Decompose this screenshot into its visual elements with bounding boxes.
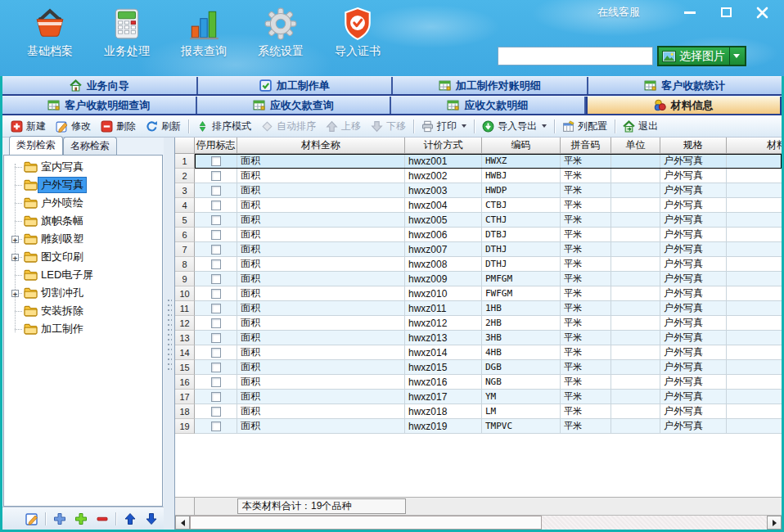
tab-加工制作单[interactable]: 加工制作单 — [198, 77, 394, 94]
expand-icon[interactable]: + — [11, 290, 19, 297]
add-category-button[interactable] — [52, 511, 67, 526]
tab-加工制作对账明细[interactable]: 加工制作对账明细 — [393, 77, 588, 94]
nav-gear[interactable]: 系统设置 — [242, 5, 319, 59]
disable-flag-checkbox[interactable] — [211, 407, 221, 417]
table-row[interactable]: 12面积hwxz0122HB平米户外写真 — [175, 316, 782, 331]
tab-category-search[interactable]: 类别检索 — [9, 136, 63, 155]
expand-icon[interactable]: + — [11, 254, 19, 261]
disable-flag-checkbox[interactable] — [211, 304, 221, 313]
tab-应收欠款明细[interactable]: 应收欠款明细 — [391, 97, 586, 114]
disable-flag-checkbox[interactable] — [211, 156, 221, 166]
tab-业务向导[interactable]: 业务向导 — [2, 77, 198, 94]
disable-flag-checkbox[interactable] — [211, 289, 221, 299]
tree-item-图文印刷[interactable]: +图文印刷 — [4, 248, 162, 266]
move-category-down-button[interactable] — [143, 511, 159, 526]
tree-item-旗帜条幅[interactable]: 旗帜条幅 — [4, 212, 162, 230]
toolbar-button-打印[interactable]: 打印 — [417, 117, 471, 135]
tree-item-室内写真[interactable]: 室内写真 — [4, 158, 162, 176]
tree-item-雕刻吸塑[interactable]: +雕刻吸塑 — [4, 230, 162, 248]
disable-flag-checkbox[interactable] — [211, 186, 221, 196]
tab-应收欠款查询[interactable]: 应收欠款查询 — [197, 97, 392, 114]
tree-item-LED电子屏[interactable]: LED电子屏 — [4, 266, 162, 284]
tree-item-户外写真[interactable]: 户外写真 — [4, 176, 162, 194]
disable-flag-checkbox[interactable] — [211, 274, 221, 284]
column-header-材料类别[interactable]: 材料类别 — [727, 138, 782, 154]
scrollbar-thumb[interactable] — [190, 516, 542, 530]
disable-flag-checkbox[interactable] — [211, 259, 221, 269]
disable-flag-checkbox[interactable] — [211, 318, 221, 328]
table-row[interactable]: 18面积hwxz018LM平米户外写真 — [175, 404, 782, 419]
toolbar-button-删除[interactable]: 删除 — [96, 117, 141, 135]
toolbar-button-退出[interactable]: 退出 — [618, 117, 663, 135]
minimize-button[interactable] — [681, 4, 699, 20]
table-row[interactable]: 17面积hwxz017YM平米户外写真 — [175, 390, 782, 404]
tab-材料信息[interactable]: 材料信息 — [586, 97, 782, 114]
tab-客户收款统计[interactable]: 客户收款统计 — [588, 77, 782, 94]
table-row[interactable]: 1面积hwxz001HWXZ平米户外写真 — [175, 154, 782, 169]
move-category-up-button[interactable] — [122, 511, 137, 526]
online-service-link[interactable]: 在线客服 — [597, 5, 640, 20]
picture-input[interactable] — [498, 47, 653, 65]
scrollbar-track[interactable] — [190, 516, 767, 530]
table-row[interactable]: 15面积hwxz015DGB平米户外写真 — [175, 360, 782, 375]
disable-flag-checkbox[interactable] — [211, 245, 221, 255]
table-row[interactable]: 19面积hwxz019TMPVC平米户外写真 — [175, 419, 782, 434]
remove-category-button[interactable] — [94, 511, 110, 526]
table-row[interactable]: 7面积hwxz007DTHJ平米户外写真 — [175, 242, 782, 257]
scroll-right-button[interactable] — [767, 516, 782, 530]
disable-flag-checkbox[interactable] — [211, 363, 221, 372]
disable-flag-checkbox[interactable] — [211, 215, 221, 225]
disable-flag-checkbox[interactable] — [211, 392, 221, 402]
nav-barchart[interactable]: 报表查询 — [165, 5, 242, 59]
toolbar-button-排序模式[interactable]: 排序模式 — [191, 117, 256, 135]
tab-name-search[interactable]: 名称检索 — [63, 137, 117, 155]
scroll-left-button[interactable] — [175, 516, 190, 530]
table-row[interactable]: 2面积hwxz002HWBJ平米户外写真 — [175, 169, 782, 183]
tree-item-安装拆除[interactable]: 安装拆除 — [4, 302, 162, 320]
toolbar-button-刷新[interactable]: 刷新 — [141, 117, 186, 135]
table-row[interactable]: 3面积hwxz003HWDP平米户外写真 — [175, 183, 782, 198]
table-row[interactable]: 8面积hwxz008DTHJ平米户外写真 — [175, 257, 782, 272]
column-header-编码[interactable]: 编码 — [482, 138, 561, 154]
edit-category-button[interactable] — [24, 511, 39, 526]
column-header-拼音码[interactable]: 拼音码 — [561, 138, 611, 154]
tree-item-切割冲孔[interactable]: +切割冲孔 — [4, 284, 162, 302]
toolbar-button-修改[interactable]: 修改 — [51, 117, 96, 135]
select-picture-button[interactable]: 选择图片 — [657, 46, 746, 66]
table-row[interactable]: 6面积hwxz006DTBJ平米户外写真 — [175, 228, 782, 242]
toolbar-button-导入导出[interactable]: 导入导出 — [477, 117, 552, 135]
column-header-单位[interactable]: 单位 — [611, 138, 660, 154]
column-header-停用标志[interactable]: 停用标志 — [195, 138, 237, 154]
disable-flag-checkbox[interactable] — [211, 348, 221, 358]
disable-flag-checkbox[interactable] — [211, 201, 221, 210]
panel-splitter[interactable] — [164, 138, 174, 530]
disable-flag-checkbox[interactable] — [211, 230, 221, 240]
maximize-button[interactable] — [717, 4, 735, 20]
toolbar-button-列配置[interactable]: 列配置 — [557, 117, 612, 135]
expand-icon[interactable]: + — [11, 236, 19, 243]
table-row[interactable]: 13面积hwxz0133HB平米户外写真 — [175, 331, 782, 345]
tree-item-加工制作[interactable]: 加工制作 — [4, 320, 162, 338]
disable-flag-checkbox[interactable] — [211, 377, 221, 387]
toolbar-button-新建[interactable]: 新建 — [6, 117, 51, 135]
table-row[interactable]: 11面积hwxz0111HB平米户外写真 — [175, 301, 782, 316]
table-row[interactable]: 9面积hwxz009PMFGM平米户外写真 — [175, 272, 782, 286]
horizontal-scrollbar[interactable] — [175, 515, 782, 530]
column-header-计价方式[interactable]: 计价方式 — [405, 138, 482, 154]
close-button[interactable] — [753, 4, 771, 20]
tab-客户收款明细查询[interactable]: 客户收款明细查询 — [2, 97, 197, 114]
picture-dropdown-button[interactable] — [729, 47, 743, 65]
add-subcategory-button[interactable] — [73, 511, 88, 526]
table-row[interactable]: 16面积hwxz016NGB平米户外写真 — [175, 375, 782, 390]
disable-flag-checkbox[interactable] — [211, 333, 221, 343]
table-row[interactable]: 10面积hwxz010FWFGM平米户外写真 — [175, 286, 782, 301]
disable-flag-checkbox[interactable] — [211, 171, 221, 181]
nav-calculator[interactable]: 业务处理 — [88, 5, 165, 59]
column-header-规格[interactable]: 规格 — [660, 138, 727, 154]
table-row[interactable]: 4面积hwxz004CTBJ平米户外写真 — [175, 198, 782, 213]
nav-basket[interactable]: 基础档案 — [11, 5, 88, 59]
column-header-材料全称[interactable]: 材料全称 — [237, 138, 405, 154]
table-row[interactable]: 14面积hwxz0144HB平米户外写真 — [175, 345, 782, 360]
disable-flag-checkbox[interactable] — [211, 422, 221, 431]
table-row[interactable]: 5面积hwxz005CTHJ平米户外写真 — [175, 213, 782, 228]
